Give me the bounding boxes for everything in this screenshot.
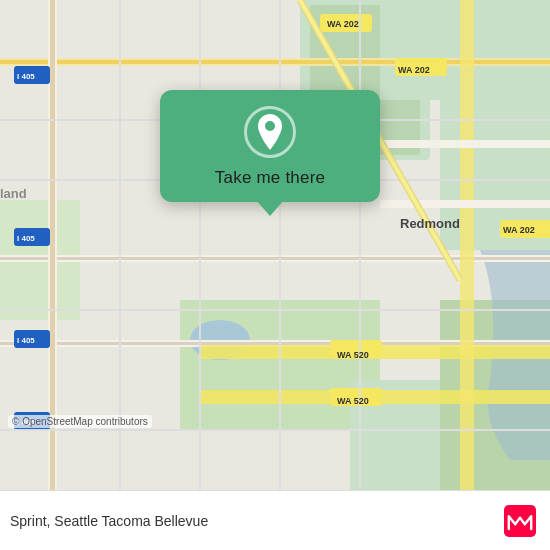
svg-rect-28 <box>460 0 474 490</box>
svg-text:Redmond: Redmond <box>400 216 460 231</box>
copyright-notice: © OpenStreetMap contributors <box>8 415 152 428</box>
moovit-icon <box>504 505 536 537</box>
svg-text:WA 520: WA 520 <box>337 350 369 360</box>
svg-text:I 405: I 405 <box>17 234 35 243</box>
location-icon-circle <box>244 106 296 158</box>
svg-rect-31 <box>380 200 550 208</box>
moovit-logo <box>504 505 536 537</box>
take-me-there-label: Take me there <box>215 168 325 188</box>
svg-text:WA 202: WA 202 <box>327 19 359 29</box>
svg-point-53 <box>265 121 275 131</box>
svg-text:WA 202: WA 202 <box>398 65 430 75</box>
bottom-bar: Sprint, Seattle Tacoma Bellevue <box>0 490 550 550</box>
svg-rect-30 <box>380 140 550 148</box>
location-pin-icon <box>255 114 285 150</box>
svg-text:land: land <box>0 186 27 201</box>
svg-text:WA 202: WA 202 <box>503 225 535 235</box>
location-title: Sprint, Seattle Tacoma Bellevue <box>10 513 208 529</box>
map-area: WA 202 WA 202 WA 202 WA 520 WA 520 I 405… <box>0 0 550 490</box>
svg-text:I 405: I 405 <box>17 72 35 81</box>
svg-text:I 405: I 405 <box>17 336 35 345</box>
svg-text:WA 520: WA 520 <box>337 396 369 406</box>
take-me-there-popup[interactable]: Take me there <box>160 90 380 202</box>
